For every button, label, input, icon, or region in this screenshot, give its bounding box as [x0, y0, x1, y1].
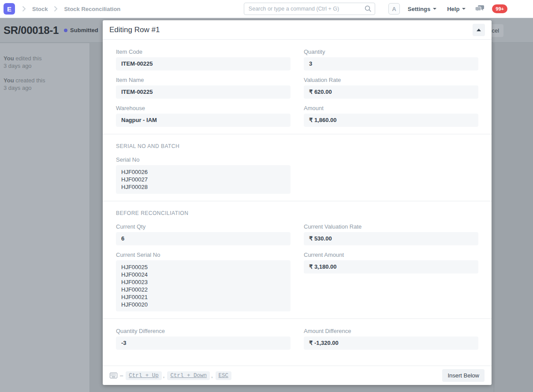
amount-difference-input[interactable]: ₹ -1,320.00: [304, 337, 478, 350]
breadcrumb-stock-reconciliation[interactable]: Stock Reconciliation: [64, 6, 120, 12]
top-navbar: E Stock Stock Reconciliation A Settings …: [0, 0, 533, 18]
item-name-input[interactable]: ITEM-00225: [116, 85, 291, 99]
insert-below-button[interactable]: Insert Below: [442, 369, 485, 382]
shortcut-ctrl-up: Ctrl + Up: [126, 371, 162, 380]
current-valuation-rate-label: Current Valuation Rate: [304, 223, 478, 230]
amount-difference-label: Amount Difference: [304, 328, 478, 334]
search-input[interactable]: [244, 3, 375, 15]
field-current-serial-no: Current Serial No HJF00025 HJF00024 HJF0…: [116, 251, 291, 311]
current-valuation-rate-input[interactable]: ₹ 530.00: [304, 232, 478, 245]
current-qty-label: Current Qty: [116, 223, 291, 230]
amount-label: Amount: [304, 105, 478, 111]
grid-row-edit-panel: Editing Row #1 Item Code ITEM-00225 Quan…: [103, 20, 492, 385]
grid-row-edit-header: Editing Row #1: [103, 20, 492, 40]
field-current-valuation-rate: Current Valuation Rate ₹ 530.00: [304, 223, 478, 245]
quantity-input[interactable]: 3: [304, 57, 478, 70]
chevron-down-icon: [433, 8, 436, 10]
quantity-difference-label: Quantity Difference: [116, 328, 291, 334]
breadcrumb-chevron-icon: [22, 6, 26, 12]
item-name-label: Item Name: [116, 77, 291, 83]
activity-item-created: You created this 3 days ago: [4, 77, 85, 92]
current-serial-no-label: Current Serial No: [116, 251, 291, 258]
shortcut-separator: ,: [211, 372, 213, 379]
item-code-label: Item Code: [116, 48, 291, 55]
activity-line: You created this: [4, 77, 85, 84]
quantity-difference-input[interactable]: -3: [116, 337, 291, 350]
section-before-reconciliation: BEFORE RECONCILIATION Current Qty 6 Curr…: [103, 201, 492, 318]
field-serial-no: Serial No HJF00026 HJF00027 HJF00028: [116, 156, 291, 194]
chevron-down-icon: [462, 8, 466, 10]
amount-input[interactable]: ₹ 1,860.00: [304, 114, 478, 127]
chat-icon[interactable]: [475, 5, 484, 12]
grid-row-edit-title: Editing Row #1: [109, 26, 160, 34]
collapse-row-button[interactable]: [473, 24, 485, 36]
field-quantity: Quantity 3: [304, 48, 478, 70]
app-logo[interactable]: E: [4, 3, 15, 15]
field-current-qty: Current Qty 6: [116, 223, 291, 245]
field-amount: Amount ₹ 1,860.00: [304, 105, 478, 127]
warehouse-label: Warehouse: [116, 105, 291, 111]
field-amount-difference: Amount Difference ₹ -1,320.00: [304, 328, 478, 350]
activity-time: 3 days ago: [4, 62, 85, 70]
breadcrumb-chevron-icon: [54, 6, 58, 12]
section-main-fields: Item Code ITEM-00225 Quantity 3 Item Nam…: [103, 40, 492, 134]
keyboard-shortcut-hints: – Ctrl + Up , Ctrl + Down , ESC: [110, 371, 231, 380]
item-code-input[interactable]: ITEM-00225: [116, 57, 291, 70]
content-right-divider: [494, 43, 494, 392]
serial-no-textarea[interactable]: HJF00026 HJF00027 HJF00028: [116, 165, 291, 194]
document-sidebar: You edited this 3 days ago You created t…: [0, 43, 90, 392]
current-qty-input[interactable]: 6: [116, 232, 291, 245]
status-badge: Submitted: [70, 27, 98, 33]
keyboard-icon: [110, 373, 117, 378]
settings-menu[interactable]: Settings: [408, 6, 436, 12]
activity-action: created this: [15, 77, 45, 84]
field-warehouse: Warehouse Nagpur - IAM: [116, 105, 291, 127]
activity-line: You edited this: [4, 55, 85, 62]
status-dot-icon: [64, 29, 67, 32]
activity-actor: You: [4, 55, 14, 62]
global-search: [244, 3, 375, 15]
field-quantity-difference: Quantity Difference -3: [116, 328, 291, 350]
serial-no-label: Serial No: [116, 156, 291, 163]
section-differences: Quantity Difference -3 Amount Difference…: [103, 318, 492, 357]
activity-actor: You: [4, 77, 14, 84]
serial-section-heading: SERIAL NO AND BATCH: [116, 143, 478, 149]
current-amount-input[interactable]: ₹ 3,180.00: [304, 260, 478, 274]
page-title: SR/00018-1: [4, 24, 59, 37]
field-valuation-rate: Valuation Rate ₹ 620.00: [304, 77, 478, 99]
search-icon: [365, 5, 372, 14]
breadcrumb-stock[interactable]: Stock: [32, 6, 48, 12]
activity-item-edited: You edited this 3 days ago: [4, 55, 85, 70]
activity-time: 3 days ago: [4, 84, 85, 92]
field-current-amount: Current Amount ₹ 3,180.00: [304, 251, 478, 274]
field-item-code: Item Code ITEM-00225: [116, 48, 291, 70]
settings-label: Settings: [408, 6, 430, 12]
user-avatar[interactable]: A: [388, 3, 400, 15]
current-amount-label: Current Amount: [304, 251, 478, 258]
valuation-rate-label: Valuation Rate: [304, 77, 478, 83]
hint-dash: –: [120, 372, 123, 379]
help-menu[interactable]: Help: [447, 6, 466, 12]
grid-row-footer: – Ctrl + Up , Ctrl + Down , ESC Insert B…: [103, 366, 492, 385]
notification-count-badge[interactable]: 99+: [492, 4, 507, 13]
current-serial-no-textarea[interactable]: HJF00025 HJF00024 HJF00023 HJF00022 HJF0…: [116, 260, 291, 311]
shortcut-esc: ESC: [216, 371, 232, 380]
field-item-name: Item Name ITEM-00225: [116, 77, 291, 99]
shortcut-separator: ,: [163, 372, 165, 379]
valuation-rate-input[interactable]: ₹ 620.00: [304, 85, 478, 99]
help-label: Help: [447, 6, 459, 12]
quantity-label: Quantity: [304, 48, 478, 55]
warehouse-input[interactable]: Nagpur - IAM: [116, 114, 291, 127]
shortcut-ctrl-down: Ctrl + Down: [167, 371, 210, 380]
section-serial-no-and-batch: SERIAL NO AND BATCH Serial No HJF00026 H…: [103, 134, 492, 201]
triangle-up-icon: [477, 29, 481, 31]
before-section-heading: BEFORE RECONCILIATION: [116, 210, 478, 216]
activity-action: edited this: [15, 55, 41, 62]
